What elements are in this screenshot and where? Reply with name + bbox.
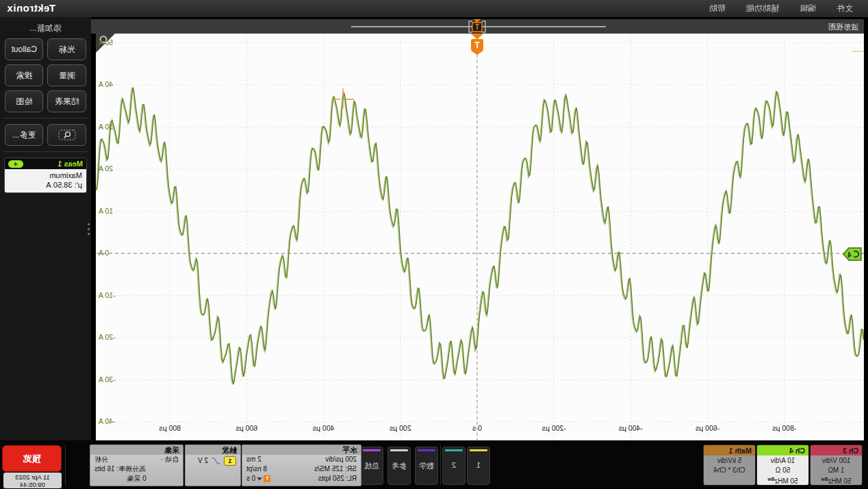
x-axis-label: -600 μs [687, 424, 728, 432]
source-badge-总线[interactable]: 总线 [360, 447, 383, 485]
more-button[interactable]: 更多... [5, 124, 44, 146]
record-timeline[interactable]: T [91, 19, 864, 34]
add-new-button-1[interactable]: Callout [5, 38, 44, 60]
channel-badge-line: 50 MHzBw [757, 475, 808, 486]
badge-label: 2 [443, 461, 465, 469]
svg-text:T: T [474, 40, 480, 50]
trigger-source-badge: 1 [224, 456, 236, 466]
badge-color-bar [470, 449, 487, 451]
y-axis-label: -30 A [99, 375, 126, 384]
badge-label: 1 [468, 461, 489, 469]
acquisition-panel[interactable]: 采集 自动 ·分析 高分辨率: 16 bits 0 采集 [90, 444, 183, 486]
menu-2[interactable]: 辅助功能 [746, 3, 779, 14]
badge-label: 总线 [361, 461, 383, 471]
y-axis-label: -20 A [99, 333, 126, 341]
preview-run-button[interactable]: 预览 [2, 445, 62, 472]
expand-arrow-icon [257, 477, 262, 481]
badge-color-bar [418, 449, 435, 451]
svg-text:4: 4 [847, 251, 852, 259]
rising-edge-icon [211, 457, 221, 465]
badge-color-bar [363, 449, 381, 451]
badge-label: 参考 [388, 461, 410, 471]
meas1-measurement: Maximum [9, 171, 82, 180]
badge-color-bar [390, 449, 408, 451]
panel-drag-handle[interactable] [87, 223, 90, 240]
menu-0[interactable]: 文件 [837, 3, 853, 14]
channel-badge-line: Ch3 * Ch4 [704, 466, 755, 475]
badge-label: 数学 [416, 461, 437, 471]
magnifier-dashed-box-icon [58, 129, 76, 141]
add-new-button-2[interactable]: 测量 [48, 64, 87, 86]
waveform-view-strip: 波形视图 T [91, 19, 864, 34]
x-axis-label: 800 μs [149, 424, 190, 432]
x-axis-label: 200 μs [380, 424, 421, 432]
trigger-flag[interactable]: T [471, 34, 483, 55]
timeline-trigger-icon[interactable]: T [475, 23, 479, 31]
add-new-button-0[interactable]: 光标 [48, 38, 87, 60]
channel-badge-line: 10 A/div [757, 456, 808, 466]
channel-badge-line: 50 Ω [757, 466, 808, 475]
menu-3[interactable]: 帮助 [709, 3, 726, 14]
zoom-tool-button[interactable] [48, 124, 87, 146]
badge-color-bar [445, 449, 463, 451]
add-new-button-3[interactable]: 搜索 [5, 64, 44, 86]
x-axis-label: 400 μs [303, 424, 344, 432]
source-badge-数学[interactable]: 数学 [415, 447, 438, 485]
x-axis-label: 600 μs [226, 424, 267, 432]
menu-1[interactable]: 编辑 [800, 3, 816, 14]
bandwidth-limit-icon: Bw [767, 477, 774, 481]
y-axis-label: 20 A [99, 164, 126, 173]
bandwidth-limit-icon: Bw [821, 477, 828, 481]
trigger-panel[interactable]: 触发 1 2 V [185, 444, 241, 486]
horizontal-title: 水平 [242, 445, 361, 455]
x-axis-label: -800 μs [764, 424, 805, 432]
channel-badge-title: Ch 4 [757, 445, 808, 455]
waveform-plot: T 4 [96, 34, 864, 440]
math1-badge[interactable]: Math 15 kV/divCh3 * Ch4 [703, 444, 756, 486]
settings-bar: Ch 3100 V/div1 MΩ50 MHzBw Ch 410 A/div50… [0, 440, 868, 489]
menu-list: 文件编辑辅助功能帮助 [709, 3, 868, 14]
meas1-source-badge: 4 [8, 160, 23, 168]
meas1-title: Meas 1 [58, 160, 83, 168]
y-axis-label: 0 A [99, 249, 126, 257]
trigger-position-icon: T [264, 475, 270, 482]
add-new-button-5[interactable]: 绘图 [5, 90, 44, 112]
y-axis-label: -10 A [99, 291, 126, 299]
y-axis-label: 40 A [99, 80, 126, 88]
trigger-level: 2 V [198, 456, 208, 466]
y-axis-label: 30 A [99, 123, 126, 131]
add-new-button-4[interactable]: 结果表 [48, 90, 87, 112]
x-axis-label: -400 μs [610, 424, 651, 432]
ch4-badge[interactable]: Ch 410 A/div50 Ω50 MHzBw [756, 444, 809, 486]
y-axis-label: -40 A [99, 417, 126, 425]
meas1-value: μ': 38.50 A [9, 180, 82, 190]
channel-badge-line: 50 MHzBw [810, 475, 862, 486]
add-new-panel: 添加新... 光标Callout测量搜索结果表绘图 更多... Meas 1 4… [0, 17, 91, 442]
channel-badge-title: Ch 3 [810, 445, 862, 455]
trigger-title: 触发 [186, 445, 240, 455]
graticule: T 4 50 A40 A30 A20 A10 A0 A-10 A-20 A-30… [96, 34, 864, 440]
ch3-badge[interactable]: Ch 3100 V/div1 MΩ50 MHzBw [810, 444, 863, 486]
tektronix-logo: Tektronix [7, 2, 55, 14]
oscilloscope-app: 文件编辑辅助功能帮助 Tektronix 波形视图 T [0, 0, 868, 489]
acquisition-title: 采集 [90, 445, 183, 455]
channel-badge-line: 5 kV/div [704, 456, 755, 466]
y-axis-label: 10 A [99, 207, 126, 215]
channel-badge-line: 1 MΩ [810, 466, 862, 475]
source-badge-2[interactable]: 2 [442, 447, 465, 485]
x-axis-label: 0 s [457, 424, 498, 432]
add-new-title: 添加新... [0, 23, 91, 34]
top-menu-bar: 文件编辑辅助功能帮助 Tektronix [0, 0, 868, 17]
channel-4-marker[interactable]: 4 [843, 248, 861, 260]
meas1-result-badge[interactable]: Meas 1 4 Maximum μ': 38.50 A [4, 158, 87, 193]
channel-badge-title: Math 1 [704, 445, 755, 455]
source-badge-1[interactable]: 1 [467, 447, 490, 485]
channel-badge-line: 100 V/div [810, 456, 862, 466]
datetime-display: 11 Apr 2023 09:05:44 [3, 473, 62, 488]
y-axis-label: 50 A [99, 38, 126, 47]
x-axis-label: -200 μs [533, 424, 574, 432]
horizontal-panel[interactable]: 水平 200 μs/div2 ms SR: 125 MS/s8 ns/pt RL… [242, 444, 361, 486]
source-badge-参考[interactable]: 参考 [387, 447, 411, 485]
